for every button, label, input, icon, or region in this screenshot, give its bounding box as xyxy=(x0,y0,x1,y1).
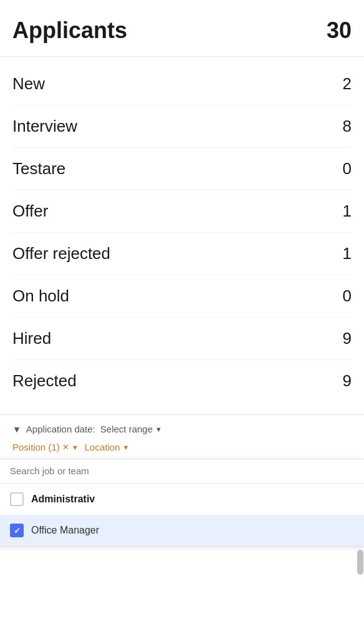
stat-label-testare: Testare xyxy=(12,159,65,178)
position-chip-chevron-icon[interactable]: ▼ xyxy=(72,444,79,451)
stat-row-offer[interactable]: Offer 1 xyxy=(12,190,352,233)
location-label: Location xyxy=(85,442,120,452)
stat-label-new: New xyxy=(12,74,45,94)
date-range-select[interactable]: Select range ▼ xyxy=(100,424,162,434)
stat-value-hired: 9 xyxy=(343,329,352,348)
dropdown-search-input[interactable] xyxy=(10,466,354,476)
stat-value-testare: 0 xyxy=(343,159,352,178)
administrativ-checkbox[interactable] xyxy=(10,492,24,506)
dropdown-item-administrativ[interactable]: Administrativ xyxy=(0,484,364,515)
date-range-text: Select range xyxy=(100,424,153,434)
stat-row-offer-rejected[interactable]: Offer rejected 1 xyxy=(12,233,352,275)
page-header: Applicants 30 xyxy=(0,0,364,57)
stat-label-offer: Offer xyxy=(12,202,48,221)
office-manager-checkbox[interactable] xyxy=(10,524,24,537)
app-container: Applicants 30 New 2 Interview 8 Testare … xyxy=(0,0,364,547)
administrativ-label: Administrativ xyxy=(31,494,95,505)
stat-value-offer-rejected: 1 xyxy=(343,244,352,263)
stat-row-rejected[interactable]: Rejected 9 xyxy=(12,360,352,402)
stat-value-new: 2 xyxy=(343,74,352,94)
position-chip-label: Position (1) xyxy=(12,442,60,452)
stat-row-hired[interactable]: Hired 9 xyxy=(12,318,352,360)
date-range-chevron-icon: ▼ xyxy=(155,426,162,433)
dropdown-search-wrapper xyxy=(0,459,364,484)
office-manager-label: Office Manager xyxy=(31,525,99,536)
location-chevron-icon: ▼ xyxy=(122,444,129,451)
stat-value-rejected: 9 xyxy=(343,371,352,391)
stat-label-interview: Interview xyxy=(12,117,77,136)
filter-row-chips: Position (1) ✕ ▼ Location ▼ xyxy=(12,442,352,452)
page-title: Applicants xyxy=(12,17,127,44)
location-filter[interactable]: Location ▼ xyxy=(85,442,130,452)
stat-label-offer-rejected: Offer rejected xyxy=(12,244,110,263)
filter-icon: ▼ xyxy=(12,424,21,434)
stat-row-new[interactable]: New 2 xyxy=(12,63,352,105)
position-filter-chip[interactable]: Position (1) ✕ ▼ xyxy=(12,442,79,452)
stat-label-hired: Hired xyxy=(12,329,51,348)
filter-date-label: Application date: xyxy=(26,424,95,434)
stat-value-on-hold: 0 xyxy=(343,286,352,306)
stat-value-offer: 1 xyxy=(343,202,352,221)
position-chip-remove-icon[interactable]: ✕ xyxy=(62,442,69,452)
dropdown-item-office-manager[interactable]: Office Manager xyxy=(0,515,364,546)
scrollbar-track[interactable] xyxy=(357,549,364,644)
total-count: 30 xyxy=(327,17,352,44)
stat-label-rejected: Rejected xyxy=(12,371,77,391)
stat-row-on-hold[interactable]: On hold 0 xyxy=(12,275,352,318)
stat-value-interview: 8 xyxy=(343,117,352,136)
filter-row-date: ▼ Application date: Select range ▼ xyxy=(12,424,352,434)
stat-row-interview[interactable]: Interview 8 xyxy=(12,105,352,148)
stat-label-on-hold: On hold xyxy=(12,286,69,306)
scrollbar-thumb[interactable] xyxy=(357,550,363,575)
filters-section: ▼ Application date: Select range ▼ Posit… xyxy=(0,414,364,459)
stat-row-testare[interactable]: Testare 0 xyxy=(12,148,352,190)
position-dropdown-panel: Administrativ Office Manager xyxy=(0,459,364,547)
stats-list: New 2 Interview 8 Testare 0 Offer 1 Offe… xyxy=(0,57,364,414)
